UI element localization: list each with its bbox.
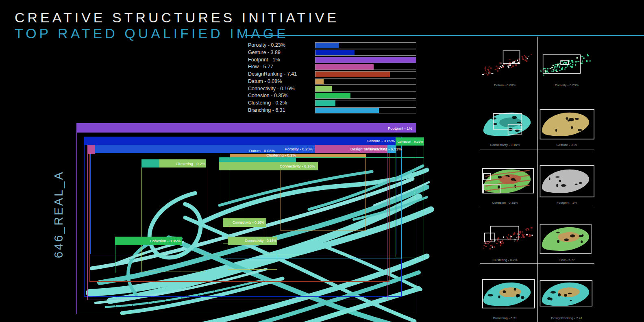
overlay-header-gesture: [84, 137, 396, 145]
overlay-header-footprint: [76, 123, 416, 133]
overlay-label: Footprint - 1%: [388, 126, 412, 131]
overlay-label: DesignRanking - 7.41: [350, 147, 387, 151]
thumbnail-art-speckle-darkred: [481, 221, 537, 258]
row-separator: [480, 263, 594, 264]
panel-divider: [537, 37, 538, 322]
thumbnail-label: Datum - 0.08%: [480, 83, 530, 87]
overlay-label: Connectivity - 0.16%: [245, 239, 276, 243]
thumbnail-label: Gesture - 3.89: [542, 143, 592, 147]
thumbnail-art-speckle-red: [481, 47, 537, 83]
thumbnail-label: Cohesion - 0.35%: [480, 201, 530, 205]
row-separator: [480, 150, 594, 150]
overlay-label: Clustering - 0.2%: [176, 161, 205, 166]
thumbnail-art-speckle-green: [539, 47, 596, 83]
overlay-header-clustering-top: [219, 157, 296, 162]
thumbnail-art-blob-green-orange: [539, 221, 596, 258]
thumbnail-art-blob-cyan-tan: [539, 276, 596, 313]
thumbnail-label: Footprint - 1%: [542, 201, 592, 205]
thumbnail-label: Clustering - 0.2%: [480, 258, 530, 262]
overlay-header-datum: [230, 154, 366, 157]
overlay-label: Cohesion - 0.35%: [397, 140, 423, 144]
thumbnail-label: Flow - 5.77: [542, 258, 592, 262]
thumbnail-art-blob-tan: [539, 107, 596, 143]
thumbnail-panel: Datum - 0.08%Porosity - 0.23%Connectivit…: [472, 36, 644, 322]
thumbnail-art-blob-gray: [539, 163, 596, 200]
thumbnail-art-blob-cyan-orange: [481, 276, 537, 313]
overlay-header-flow-corner: [87, 145, 95, 154]
overlay-label: Cohesion - 0.35%: [150, 239, 181, 243]
overlay-label: Clustering - 0.2%: [266, 153, 296, 157]
overlay-header-clustering-left-teal: [141, 159, 159, 168]
overlay-label: Porosity - 0.23%: [285, 147, 313, 151]
thumbnail-label: Branching - 6.31: [480, 316, 530, 320]
overlay-label: Gesture - 3.89%: [367, 139, 395, 143]
thumbnail-label: Connectivity - 0.16%: [480, 143, 530, 147]
overlay-label: Connectivity - 0.16%: [280, 164, 315, 168]
overlay-label: Datum - 0.08%: [249, 148, 275, 153]
thumbnail-label: DesignRanking - 7.41: [542, 316, 592, 320]
row-separator: [480, 206, 594, 206]
overlay-header-porosity: [90, 145, 315, 153]
thumbnail-art-blob-green-red: [481, 163, 537, 200]
overlay-label: Connectivity - 0.16%: [233, 220, 264, 224]
thumbnail-label: Porosity - 0.23%: [542, 83, 592, 87]
thumbnail-art-blob-teal-boxes: [481, 107, 537, 143]
overlay-box-cohesion-right: [396, 137, 424, 257]
dashboard: CREATIVE STRUCTURES INITIATIVE TOP RATED…: [0, 0, 644, 322]
